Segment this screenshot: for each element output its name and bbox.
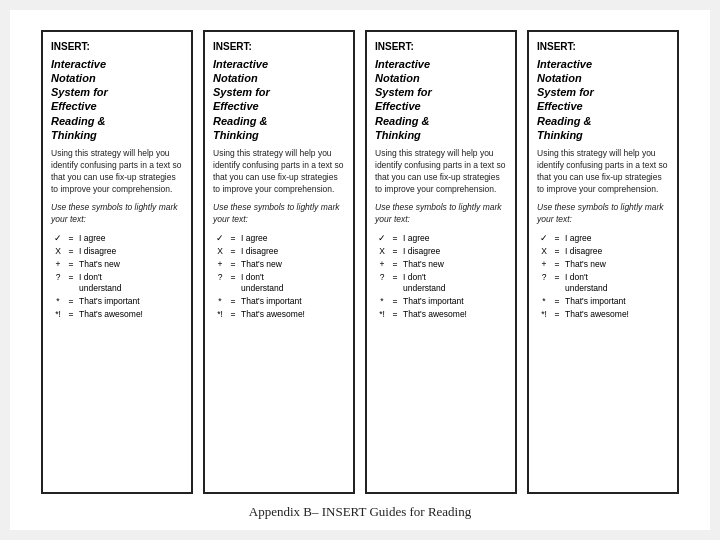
card-2: INSERT: InteractiveNotationSystem forEff… (203, 30, 355, 494)
card-3-symbols: ✓=I agree X=I disagree +=That's new ?=I … (375, 232, 507, 321)
card-4-header: INSERT: (537, 40, 669, 54)
card-1-body: Using this strategy will help you identi… (51, 148, 183, 196)
card-2-header: INSERT: (213, 40, 345, 54)
card-2-body: Using this strategy will help you identi… (213, 148, 345, 196)
card-1: INSERT: InteractiveNotationSystem forEff… (41, 30, 193, 494)
card-4-symbols: ✓=I agree X=I disagree +=That's new ?=I … (537, 232, 669, 321)
card-3: INSERT: InteractiveNotationSystem forEff… (365, 30, 517, 494)
card-3-header: INSERT: (375, 40, 507, 54)
card-3-italic: Use these symbols to lightly mark your t… (375, 202, 507, 226)
card-1-symbols: ✓=I agree X=I disagree +=That's new ?=I … (51, 232, 183, 321)
card-3-title: InteractiveNotationSystem forEffectiveRe… (375, 57, 507, 143)
card-4: INSERT: InteractiveNotationSystem forEff… (527, 30, 679, 494)
cards-row: INSERT: InteractiveNotationSystem forEff… (26, 30, 694, 494)
card-4-body: Using this strategy will help you identi… (537, 148, 669, 196)
card-1-header: INSERT: (51, 40, 183, 54)
card-2-title: InteractiveNotationSystem forEffectiveRe… (213, 57, 345, 143)
card-1-title: InteractiveNotationSystem forEffectiveRe… (51, 57, 183, 143)
card-4-title: InteractiveNotationSystem forEffectiveRe… (537, 57, 669, 143)
page: INSERT: InteractiveNotationSystem forEff… (10, 10, 710, 530)
page-caption: Appendix B– INSERT Guides for Reading (249, 504, 472, 520)
card-2-italic: Use these symbols to lightly mark your t… (213, 202, 345, 226)
card-4-italic: Use these symbols to lightly mark your t… (537, 202, 669, 226)
card-3-body: Using this strategy will help you identi… (375, 148, 507, 196)
card-2-symbols: ✓=I agree X=I disagree +=That's new ?=I … (213, 232, 345, 321)
card-1-italic: Use these symbols to lightly mark your t… (51, 202, 183, 226)
